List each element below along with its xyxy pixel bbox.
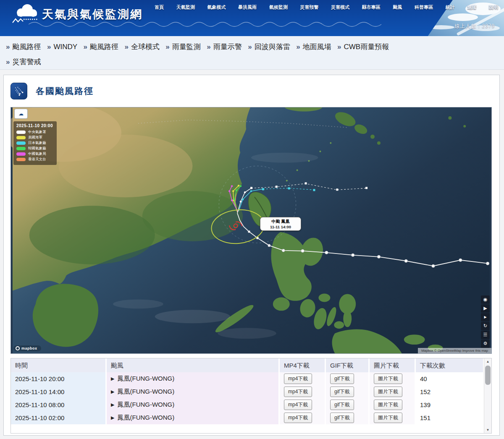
- play-button[interactable]: ▶: [481, 304, 490, 313]
- mapbox-logo[interactable]: mapbox: [13, 345, 41, 351]
- quick-link[interactable]: WINDY: [53, 43, 77, 51]
- typhoon-tooltip: 中颱 鳳凰 11-11 14:00: [260, 217, 301, 231]
- step-button[interactable]: ▶: [481, 313, 490, 321]
- quick-link[interactable]: CWB雨量預報: [344, 43, 389, 51]
- mp4-download-button[interactable]: mp4下載: [284, 413, 312, 423]
- legend-label: 中國氣象局: [28, 152, 46, 157]
- content-panel: 各國颱風路徑: [3, 75, 500, 436]
- chevron-bullet: »: [165, 43, 169, 51]
- mp4-download-button[interactable]: mp4下載: [284, 387, 312, 397]
- table-body: 2025-11-10 20:00 ▶鳳凰(FUNG-WONG) mp4下載 gi…: [11, 372, 484, 424]
- list-button[interactable]: ☰: [481, 331, 490, 339]
- quick-link[interactable]: 全球模式: [131, 43, 160, 51]
- cell-download-count: 151: [416, 411, 484, 424]
- top-menu-item[interactable]: 進階: [467, 5, 476, 10]
- gif-download-button[interactable]: gif下載: [330, 400, 354, 410]
- cell-time: 2025-11-10 08:00: [11, 398, 107, 411]
- mp4-download-button[interactable]: mp4下載: [284, 374, 312, 384]
- scroll-up-arrow[interactable]: ▲: [484, 358, 491, 365]
- chevron-bullet: »: [84, 43, 87, 51]
- legend-items: 中央氣象署 美國海軍 日本氣象廳 韓國氣象廳: [16, 129, 53, 162]
- map-canvas: [11, 107, 491, 353]
- top-menu-item[interactable]: 首頁: [155, 5, 164, 10]
- image-download-button[interactable]: 圖片下載: [374, 387, 402, 397]
- table-row: 2025-11-10 14:00 ▶鳳凰(FUNG-WONG) mp4下載 gi…: [11, 385, 484, 398]
- typhoon-map[interactable]: ☁ 2025-11-10 20:00 中央氣象署 美國海軍: [10, 107, 492, 354]
- typhoon-name: 中颱 鳳凰: [260, 219, 301, 225]
- quick-link[interactable]: 颱風路徑: [90, 43, 118, 51]
- typhoon-label: 鳳凰(FUNG-WONG): [117, 388, 174, 396]
- legend-color-pill: [16, 158, 26, 161]
- quick-link[interactable]: 雨量示警: [213, 43, 242, 51]
- cell-time: 2025-11-10 20:00: [11, 372, 107, 385]
- gif-download-button[interactable]: gif下載: [330, 413, 354, 423]
- quick-link[interactable]: 地面風場: [303, 43, 331, 51]
- top-menu-item[interactable]: 颱風: [393, 5, 402, 10]
- quick-link[interactable]: 回波與落雷: [255, 43, 290, 51]
- quick-links-row-1: »颱風路徑 »WINDY »颱風路徑 »全球模式 »雨量監測 »雨量示警 »回波…: [6, 39, 504, 55]
- col-header-gif: GIF下載: [326, 358, 370, 372]
- refresh-button[interactable]: ↻: [481, 322, 490, 330]
- chevron-bullet: »: [6, 43, 10, 51]
- legend-label: 香港天文台: [28, 157, 46, 162]
- settings-button[interactable]: ⚙: [481, 340, 490, 348]
- legend-label: 美國海軍: [28, 135, 42, 140]
- quick-link[interactable]: 颱風路徑: [12, 43, 41, 51]
- cell-typhoon[interactable]: ▶鳳凰(FUNG-WONG): [107, 372, 280, 385]
- expand-arrow-icon: ▶: [111, 415, 114, 421]
- image-download-button[interactable]: 圖片下載: [374, 400, 402, 410]
- col-header-typhoon: 颱風: [107, 358, 280, 372]
- image-download-button[interactable]: 圖片下載: [374, 374, 402, 384]
- typhoon-label: 鳳凰(FUNG-WONG): [117, 414, 174, 422]
- legend-item: 中國氣象局: [16, 151, 53, 157]
- top-menu-item[interactable]: 縣市專區: [362, 5, 381, 10]
- top-menu-item[interactable]: 氣象模式: [207, 5, 226, 10]
- top-menu-item[interactable]: 說明: [489, 5, 498, 10]
- chevron-bullet: »: [248, 43, 252, 51]
- legend-color-pill: [16, 136, 26, 139]
- legend-item: 中央氣象署: [16, 129, 53, 135]
- cell-download-count: 40: [416, 372, 484, 385]
- map-controls: ◉ ▶ ▶ ↻ ☰ ⚙: [481, 295, 490, 348]
- gif-download-button[interactable]: gif下載: [330, 387, 354, 397]
- top-menu-item[interactable]: 災害預警: [300, 5, 318, 10]
- camera-button[interactable]: ◉: [481, 295, 490, 304]
- legend-item: 美國海軍: [16, 135, 53, 140]
- top-menu-item[interactable]: 災害模式: [331, 5, 349, 10]
- cell-download-count: 152: [416, 385, 484, 398]
- cell-typhoon[interactable]: ▶鳳凰(FUNG-WONG): [107, 411, 280, 424]
- table-scrollbar[interactable]: ▲ ▼: [484, 358, 491, 433]
- table-row: 2025-11-10 08:00 ▶鳳凰(FUNG-WONG) mp4下載 gi…: [11, 398, 484, 411]
- top-menu-item[interactable]: 氣候監測: [269, 5, 288, 10]
- scroll-thumb[interactable]: [485, 366, 491, 385]
- legend-item: 香港天文台: [16, 157, 53, 162]
- site-header: 天氣與氣候監測網 首頁 天氣監測 氣象模式 暴洪風雨 氣候監測 災害預警 災害模…: [0, 0, 504, 36]
- page-title: 各國颱風路徑: [36, 85, 94, 97]
- chevron-bullet: »: [47, 43, 51, 51]
- top-menu-item[interactable]: 科普專區: [415, 5, 433, 10]
- col-header-count: 下載次數: [416, 358, 484, 372]
- gif-download-button[interactable]: gif下載: [330, 374, 354, 384]
- mapbox-icon: [16, 346, 20, 350]
- cell-download-count: 139: [416, 398, 484, 411]
- quick-link[interactable]: 災害警戒: [12, 58, 41, 66]
- mp4-download-button[interactable]: mp4下載: [284, 400, 312, 410]
- cell-typhoon[interactable]: ▶鳳凰(FUNG-WONG): [107, 385, 280, 398]
- quick-link[interactable]: 雨量監測: [172, 43, 201, 51]
- image-download-button[interactable]: 圖片下載: [374, 413, 402, 423]
- table-header-row: 時間 颱風 MP4下載 GIF下載 圖片下載 下載次數: [11, 358, 484, 372]
- map-attribution[interactable]: Mapbox © OpenStreetMap Improve this map: [418, 348, 491, 353]
- cell-time: 2025-11-10 14:00: [11, 385, 107, 398]
- table-row: 2025-11-10 02:00 ▶鳳凰(FUNG-WONG) mp4下載 gi…: [11, 411, 484, 424]
- chevron-bullet: »: [337, 43, 341, 51]
- scroll-down-arrow[interactable]: ▼: [484, 427, 491, 433]
- chevron-bullet: »: [6, 58, 10, 66]
- top-menu-item[interactable]: 天氣監測: [176, 5, 195, 10]
- chevron-bullet: »: [124, 43, 128, 51]
- cell-typhoon[interactable]: ▶鳳凰(FUNG-WONG): [107, 398, 280, 411]
- top-menu-item[interactable]: 統計: [446, 5, 455, 10]
- legend-color-pill: [16, 152, 26, 156]
- downloads-table: 時間 颱風 MP4下載 GIF下載 圖片下載 下載次數 2025-11-10 2…: [10, 358, 492, 434]
- top-menu-item[interactable]: 暴洪風雨: [238, 5, 257, 10]
- typhoon-label: 鳳凰(FUNG-WONG): [117, 375, 174, 383]
